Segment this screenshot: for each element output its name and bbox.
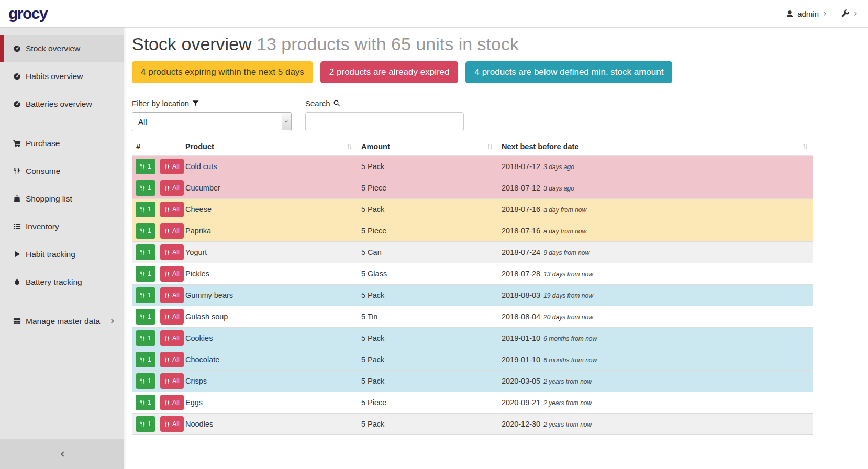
consume-all-button[interactable]: All — [160, 266, 184, 282]
column-number: # — [132, 137, 181, 156]
consume-all-button[interactable]: All — [160, 202, 184, 217]
column-amount[interactable]: Amount — [357, 137, 497, 156]
consume-all-button[interactable]: All — [160, 416, 184, 432]
consume-one-button[interactable]: 1 — [136, 202, 155, 217]
sidebar-nav: Stock overview Habits overview Batteries… — [0, 35, 124, 335]
utensils-icon — [140, 164, 146, 170]
consume-one-button[interactable]: 1 — [136, 330, 155, 346]
consume-one-button[interactable]: 1 — [136, 309, 155, 325]
table-row: 1 All Cucumber 5 Piece 2018-07-123 days … — [132, 177, 813, 199]
consume-all-button[interactable]: All — [160, 159, 184, 174]
sidebar-item-stock-overview[interactable]: Stock overview — [0, 35, 124, 62]
sort-icon[interactable] — [487, 143, 493, 150]
utensils-icon — [164, 293, 170, 298]
consume-one-button[interactable]: 1 — [136, 287, 155, 303]
status-badges: 4 products expiring within the next 5 da… — [132, 61, 868, 83]
location-filter: Filter by location All — [132, 99, 292, 131]
consume-all-button[interactable]: All — [160, 223, 184, 239]
consume-one-button[interactable]: 1 — [136, 244, 155, 260]
app-logo[interactable]: grocy — [8, 5, 47, 23]
consume-all-button[interactable]: All — [160, 309, 184, 325]
sidebar-item-habit-tracking[interactable]: Habit tracking — [0, 240, 124, 268]
consume-all-button[interactable]: All — [160, 244, 184, 260]
consume-one-button[interactable]: 1 — [136, 373, 155, 389]
product-name: Chocolate — [185, 355, 219, 364]
utensils-icon — [164, 164, 170, 170]
product-name: Crisps — [185, 377, 207, 385]
product-name: Cookies — [185, 334, 213, 342]
stock-table-body: 1 All Cold cuts 5 Pack 2018-07-123 days … — [132, 155, 813, 435]
utensils-icon — [140, 357, 146, 363]
product-name: Cold cuts — [185, 162, 217, 171]
top-header: grocy admin — [0, 0, 868, 28]
table-row: 1 All Pickles 5 Glass 2018-07-2813 days … — [132, 263, 813, 285]
consume-all-button[interactable]: All — [160, 395, 184, 410]
location-filter-value: All — [138, 117, 147, 126]
table-row: 1 All Paprika 5 Piece 2018-07-16a day fr… — [132, 220, 813, 242]
table-row: 1 All Noodles 5 Pack 2020-12-302 years f… — [132, 414, 813, 435]
table-row: 1 All Cheese 5 Pack 2018-07-16a day from… — [132, 199, 813, 220]
gauge-icon — [12, 100, 21, 108]
consume-one-button[interactable]: 1 — [136, 266, 155, 282]
status-badge: 4 products are below defined min. stock … — [465, 61, 672, 83]
best-before-date: 2018-07-16 — [502, 227, 540, 235]
amount: 5 Pack — [361, 291, 384, 299]
consume-one-button[interactable]: 1 — [136, 223, 155, 239]
page-title: Stock overview 13 products with 65 units… — [132, 34, 868, 54]
sidebar-item-habits-overview[interactable]: Habits overview — [0, 62, 124, 90]
sidebar-item-manage-master-data[interactable]: Manage master data — [0, 307, 124, 335]
sidebar-item-inventory[interactable]: Inventory — [0, 213, 124, 240]
consume-one-button[interactable]: 1 — [136, 159, 155, 174]
search-input[interactable] — [305, 112, 464, 131]
best-before-relative: 3 days ago — [543, 163, 574, 171]
utensils-icon — [164, 378, 170, 384]
consume-one-button[interactable]: 1 — [136, 352, 155, 367]
best-before-relative: 19 days from now — [543, 292, 593, 299]
sidebar-collapse-button[interactable] — [0, 439, 124, 469]
utensils-icon — [164, 314, 170, 320]
best-before-date: 2018-07-16 — [502, 205, 540, 214]
consume-all-button[interactable]: All — [160, 180, 184, 196]
chevron-right-icon — [853, 11, 859, 16]
best-before-date: 2020-03-05 — [502, 377, 540, 385]
product-name: Paprika — [185, 227, 211, 235]
utensils-icon — [164, 228, 170, 234]
product-name: Yogurt — [185, 248, 207, 256]
sort-icon[interactable] — [802, 143, 808, 150]
best-before-date: 2018-07-28 — [502, 270, 540, 278]
sidebar-item-batteries-overview[interactable]: Batteries overview — [0, 90, 124, 118]
column-next-best-before-date[interactable]: Next best before date — [497, 137, 813, 156]
gauge-icon — [12, 72, 21, 80]
sidebar-item-battery-tracking[interactable]: Battery tracking — [0, 268, 124, 296]
table-row: 1 All Eggs 5 Piece 2020-09-212 years fro… — [132, 392, 813, 414]
sidebar-item-shopping-list[interactable]: Shopping list — [0, 185, 124, 213]
table-row: 1 All Gulash soup 5 Tin 2018-08-0420 day… — [132, 306, 813, 328]
filter-bar: Filter by location All Search — [132, 99, 868, 131]
consume-one-button[interactable]: 1 — [136, 395, 155, 410]
amount: 5 Pack — [361, 377, 384, 385]
sidebar-item-purchase[interactable]: Purchase — [0, 129, 124, 157]
utensils-icon — [164, 357, 170, 363]
location-filter-select[interactable]: All — [132, 112, 292, 131]
consume-all-button[interactable]: All — [160, 352, 184, 367]
user-menu[interactable]: admin — [786, 9, 828, 18]
page-title-text: Stock overview — [132, 34, 252, 54]
product-name: Gummy bears — [185, 291, 233, 299]
table-row: 1 All Chocolate 5 Pack 2019-01-106 month… — [132, 349, 813, 371]
consume-all-button[interactable]: All — [160, 373, 184, 389]
best-before-date: 2018-08-03 — [502, 291, 540, 299]
location-filter-label: Filter by location — [132, 99, 292, 108]
utensils-icon — [164, 271, 170, 277]
consume-all-button[interactable]: All — [160, 287, 184, 303]
amount: 5 Pack — [361, 162, 384, 171]
settings-menu[interactable] — [841, 9, 859, 18]
consume-one-button[interactable]: 1 — [136, 416, 155, 432]
consume-one-button[interactable]: 1 — [136, 180, 155, 196]
sort-icon[interactable] — [347, 143, 353, 150]
sidebar-item-consume[interactable]: Consume — [0, 157, 124, 185]
best-before-relative: 9 days from now — [543, 249, 589, 256]
amount: 5 Pack — [361, 355, 384, 364]
consume-all-button[interactable]: All — [160, 330, 184, 346]
column-product[interactable]: Product — [181, 137, 357, 156]
drop-icon — [12, 278, 21, 286]
